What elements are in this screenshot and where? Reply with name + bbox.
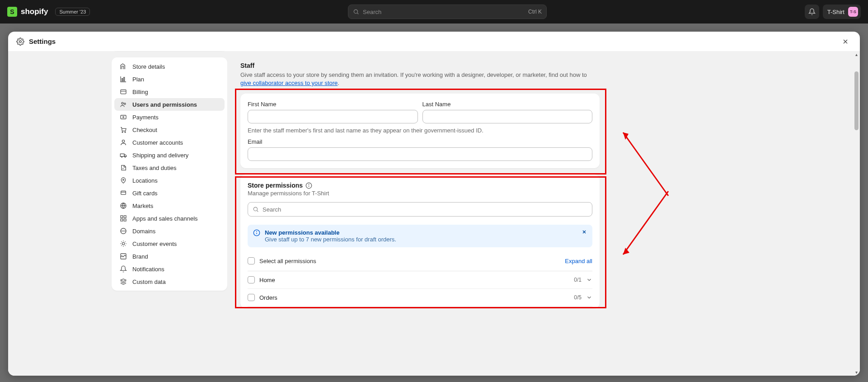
svg-point-34 <box>253 208 257 211</box>
sidebar-item-payments[interactable]: Payments <box>114 111 225 123</box>
nav-icon <box>120 215 127 222</box>
nav-icon <box>120 113 127 121</box>
sidebar-item-apps-and-sales-channels[interactable]: Apps and sales channels <box>114 212 225 225</box>
sidebar-item-users-and-permissions[interactable]: Users and permissions <box>114 98 225 111</box>
brand: S shopify Summer '23 <box>7 7 90 17</box>
sidebar-item-billing[interactable]: Billing <box>114 85 225 98</box>
sidebar-item-label: Markets <box>132 203 153 209</box>
close-icon <box>842 38 849 45</box>
sidebar-item-label: Users and permissions <box>132 101 197 108</box>
permission-label: Home <box>259 277 275 283</box>
first-name-input[interactable] <box>248 110 418 123</box>
svg-point-0 <box>354 9 357 13</box>
sidebar-item-label: Gift cards <box>132 190 158 197</box>
permission-checkbox[interactable] <box>248 294 255 301</box>
sidebar-item-checkout[interactable]: Checkout <box>114 123 225 136</box>
sidebar-item-customer-events[interactable]: Customer events <box>114 237 225 250</box>
svg-rect-5 <box>122 79 123 81</box>
sidebar-item-label: Plan <box>132 76 144 83</box>
chevron-down-icon[interactable] <box>586 277 592 283</box>
select-all-checkbox[interactable] <box>248 257 255 264</box>
sidebar-item-label: Customer accounts <box>132 139 183 146</box>
expand-all-link[interactable]: Expand all <box>565 258 592 264</box>
sidebar-item-plan[interactable]: Plan <box>114 73 225 85</box>
sidebar-item-taxes-and-duties[interactable]: Taxes and duties <box>114 161 225 174</box>
permission-count: 0/5 <box>574 294 592 301</box>
sidebar-item-label: Taxes and duties <box>132 165 177 171</box>
nav-icon <box>120 164 127 171</box>
svg-rect-16 <box>120 154 124 156</box>
scroll-track[interactable] <box>853 58 860 369</box>
notifications-button[interactable] <box>805 5 819 19</box>
svg-point-15 <box>122 140 124 142</box>
sidebar-item-notifications[interactable]: Notifications <box>114 263 225 275</box>
info-icon[interactable] <box>305 182 312 189</box>
sidebar-item-label: Shipping and delivery <box>132 152 188 159</box>
shopify-logo-icon: S <box>7 7 17 17</box>
permission-label: Orders <box>259 294 277 301</box>
sidebar-item-store-details[interactable]: Store details <box>114 60 225 73</box>
staff-heading: Staff <box>240 62 860 69</box>
permissions-banner: New permissions available Give staff up … <box>248 225 592 247</box>
permission-row-orders[interactable]: Orders0/5 <box>248 289 592 307</box>
inner-scrollbar[interactable]: ▴ ▾ <box>853 51 860 376</box>
sidebar-item-label: Custom data <box>132 278 166 285</box>
sidebar-item-label: Domains <box>132 228 155 235</box>
permissions-search-input[interactable] <box>263 206 587 213</box>
close-button[interactable] <box>839 35 852 48</box>
permission-row-home[interactable]: Home0/1 <box>248 271 592 289</box>
nav-icon <box>120 75 127 83</box>
edition-badge: Summer '23 <box>55 8 90 16</box>
sidebar-item-gift-cards[interactable]: Gift cards <box>114 187 225 199</box>
settings-modal: Settings Store detailsPlanBillingUsers a… <box>8 32 860 376</box>
sidebar-item-customer-accounts[interactable]: Customer accounts <box>114 136 225 149</box>
left-gutter <box>8 51 109 376</box>
svg-point-9 <box>122 102 123 104</box>
email-label: Email <box>248 138 592 145</box>
sidebar-item-locations[interactable]: Locations <box>114 174 225 187</box>
svg-rect-26 <box>121 219 123 221</box>
sidebar-item-custom-data[interactable]: Custom data <box>114 275 225 288</box>
permission-checkbox[interactable] <box>248 276 255 283</box>
last-name-input[interactable] <box>422 110 593 123</box>
global-search[interactable]: Search Ctrl K <box>348 5 547 19</box>
nav-icon <box>120 240 127 247</box>
chevron-down-icon[interactable] <box>586 294 592 301</box>
store-name: T-Shirt <box>827 9 845 15</box>
svg-point-29 <box>122 242 124 245</box>
svg-point-10 <box>124 103 126 104</box>
nav-icon <box>120 253 127 260</box>
settings-main: Staff Give staff access to your store by… <box>230 51 860 376</box>
svg-point-20 <box>123 179 124 180</box>
sidebar-item-label: Billing <box>132 89 148 95</box>
collaborator-link[interactable]: give collaborator access to your store <box>240 80 338 86</box>
sidebar-item-brand[interactable]: Brand <box>114 250 225 263</box>
nav-icon <box>120 88 127 95</box>
sidebar-item-markets[interactable]: Markets <box>114 199 225 212</box>
last-name-label: Last Name <box>422 101 593 108</box>
bell-icon <box>808 8 816 15</box>
settings-sidebar: Store detailsPlanBillingUsers and permis… <box>109 51 230 376</box>
search-kbd-hint: Ctrl K <box>528 9 542 15</box>
sidebar-item-label: Apps and sales channels <box>132 215 198 222</box>
nav-icon <box>120 101 127 108</box>
banner-dismiss[interactable] <box>582 229 587 243</box>
permissions-search[interactable] <box>248 202 592 217</box>
scroll-up-arrow[interactable]: ▴ <box>853 51 860 58</box>
search-placeholder: Search <box>363 9 381 15</box>
svg-point-14 <box>125 132 126 132</box>
scroll-down-arrow[interactable]: ▾ <box>853 369 860 376</box>
close-icon <box>582 229 587 235</box>
store-switcher[interactable]: T-Shirt T-S <box>823 5 861 19</box>
nav-icon <box>120 227 127 235</box>
email-input[interactable] <box>248 147 592 161</box>
svg-rect-7 <box>121 90 126 94</box>
svg-point-33 <box>309 184 309 185</box>
search-icon <box>353 9 359 15</box>
banner-title: New permissions available <box>265 229 396 236</box>
svg-rect-27 <box>124 219 126 221</box>
scroll-thumb[interactable] <box>854 71 859 130</box>
banner-body: Give staff up to 7 new permissions for d… <box>265 236 396 243</box>
sidebar-item-shipping-and-delivery[interactable]: Shipping and delivery <box>114 149 225 161</box>
sidebar-item-domains[interactable]: Domains <box>114 225 225 237</box>
